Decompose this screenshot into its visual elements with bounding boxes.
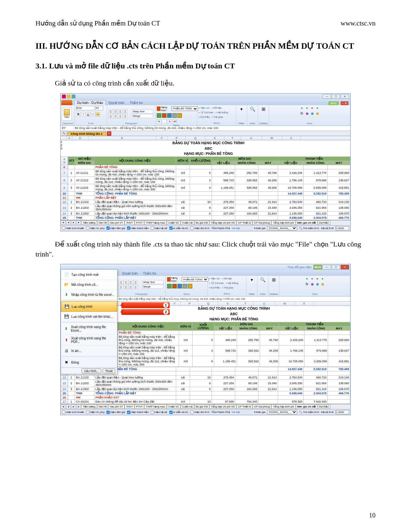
file-menu-export-excel[interactable]: ⬆Xuất công trình sang file Excel... (61, 323, 117, 335)
view-icon-1[interactable]: ● (300, 106, 304, 110)
tab-dutoan[interactable]: Dự toán - Dự thầu (74, 100, 106, 105)
bottom-sheet-tabs[interactable]: ◂◂▸▸ Tiền lương Giá TB Hao phí VT THVT P… (61, 220, 350, 225)
table-row[interactable]: 93AF.11215Bê tông sản xuất bằng máy trộn… (61, 184, 350, 191)
workbook-tab[interactable]: Công trình không tên 1 (67, 132, 106, 136)
font-name-input[interactable] (76, 106, 95, 110)
view-icon-2[interactable]: ● (305, 106, 309, 110)
timkiem-label[interactable]: Tìm kiếm Đ.G (303, 227, 319, 230)
file-menu-thoat[interactable]: Thoát (103, 368, 115, 373)
close-ribbon-icon[interactable]: – ✕ (341, 101, 348, 105)
status-ck6[interactable]: In diễn đa KL (169, 226, 189, 230)
row-header[interactable]: 123 (61, 140, 66, 156)
outline-icon[interactable]: ⊞ (260, 106, 267, 112)
filter-icon[interactable]: ▾ (238, 106, 245, 112)
minimize-button-2[interactable]: – (323, 265, 331, 269)
dongia-select[interactable]: DG5481_462HN_... (267, 226, 297, 230)
numfmt-percent[interactable]: % (157, 119, 161, 124)
status-ck2[interactable]: Hiện VL phụ (86, 226, 105, 230)
close-window-button[interactable]: × (341, 94, 349, 99)
table-row[interactable]: 132BA.11202Lắp đặt quạt thông gió trên t… (61, 204, 350, 211)
max-button-2[interactable]: MAX (314, 265, 322, 269)
menu-hethong[interactable]: Hệ thống (217, 111, 228, 114)
col-header-x[interactable]: X (282, 136, 301, 140)
find-icon[interactable]: 🔍 (249, 106, 256, 112)
file-tab-button[interactable] (61, 100, 72, 105)
status-ck4[interactable]: Hiện thành tiền (127, 226, 149, 230)
numfmt-inc[interactable]: .0 (167, 119, 172, 124)
formula-content[interactable]: Bê tông sản xuất bằng máy trộn - đổ bằng… (74, 126, 350, 130)
tab-quyettoan-2[interactable]: Quyết toán (119, 271, 140, 276)
hangmuc-select[interactable]: PHẦN BÊ TÔNG (171, 106, 198, 111)
dongia-select-2[interactable]: DG5481_462HN_... (267, 410, 297, 414)
file-menu-cauhinh[interactable]: Cấu hình... (82, 368, 101, 373)
alignment-buttons-2[interactable] (119, 280, 141, 289)
menu-trogiup[interactable]: Trợ giúp (214, 115, 223, 118)
menu-ty[interactable]: Tỷ Dự toán (200, 111, 214, 114)
hangmuc-select-2[interactable]: PHẦN BÊ TÔNG (182, 277, 208, 282)
view-icon-5[interactable]: ◼ (305, 111, 309, 116)
italic-button[interactable]: I (81, 112, 85, 116)
menu-dulieu[interactable]: Dữ liệu (213, 106, 222, 109)
status-ck5[interactable]: Hiện hệ số (151, 226, 167, 230)
alignment-buttons[interactable] (108, 109, 131, 118)
col-header-p[interactable]: P (168, 136, 186, 140)
col-header-q[interactable]: Q (186, 136, 205, 140)
item-icon-3[interactable] (167, 113, 172, 118)
file-menu-saveas[interactable]: 💾Lưu công trình với tên khác... (61, 312, 117, 322)
fx-icon[interactable]: fx (300, 111, 304, 116)
close-window-button-2[interactable]: × (341, 265, 349, 269)
col-header-t[interactable]: T (225, 136, 241, 140)
file-menu-print[interactable]: 🖨In ấn... (61, 346, 117, 356)
file-menu-save[interactable]: 💾Lưu công trình (61, 301, 117, 312)
numfmt-dec[interactable]: .00 (172, 119, 177, 124)
tab-thamtra[interactable]: Thẩm tra (127, 100, 145, 105)
table-row[interactable]: 82AF.11212Bê tông sản xuất bằng máy trộn… (61, 176, 350, 184)
bold-button[interactable]: B (76, 112, 81, 116)
col-header-d[interactable]: D (72, 136, 88, 140)
bottom-sheet-tabs-2[interactable]: ◂◂▸▸ Tiền lương Giá TB Hao phí VT THVT P… (61, 404, 350, 409)
merge-button-2[interactable]: Merge (142, 285, 164, 289)
cell-reference[interactable]: E7 (61, 126, 74, 130)
col-header-w[interactable]: W (262, 136, 282, 140)
tab-thamtra-2[interactable]: Thẩm tra (140, 271, 158, 276)
change-ui-label[interactable]: Thay đổi giao diện (287, 266, 312, 269)
underline-button[interactable]: U (86, 112, 90, 116)
view-icon-6[interactable]: ◼ (310, 111, 315, 116)
view-icon-4[interactable]: ● (315, 106, 320, 110)
item-icon-2[interactable] (162, 113, 166, 118)
file-menu-export-pdf[interactable]: ⬆Xuất công trình sang file PDF... (61, 335, 117, 346)
status-ck1[interactable]: Hiện kích thước (62, 226, 84, 230)
sheet-nav-icon[interactable]: ✎ (62, 131, 66, 136)
font-size-input[interactable] (95, 106, 103, 110)
wrap-text-button[interactable]: Wrap Text (132, 109, 153, 114)
item-icon-5[interactable] (177, 113, 182, 118)
formula-content-2[interactable]: Bê tông sản xuất bằng máy trộn - đổ bằng… (117, 297, 350, 300)
view-icon-7[interactable]: ◼ (315, 111, 320, 116)
heso-input-2[interactable] (336, 410, 349, 414)
menu-tienich[interactable]: Tiện ích (200, 106, 210, 109)
menu-duthau[interactable]: Dự thầu (200, 115, 210, 118)
merge-button[interactable]: Merge (132, 114, 153, 118)
item-icon-4[interactable] (172, 113, 177, 118)
table-row[interactable]: 121BA.11102Lắp đặt quạt điện - Quạt treo… (61, 200, 350, 204)
col-header-u[interactable]: U (241, 136, 262, 140)
restore-button-2[interactable]: □ (332, 265, 340, 269)
col-header-s[interactable]: S (205, 136, 225, 140)
minimize-button[interactable]: – (323, 94, 331, 99)
table-row[interactable]: 143BA.11302Lắp đặt quạt ốp trần kích thư… (61, 211, 350, 216)
status-ck7[interactable]: Hiện tên Đ.G (190, 226, 209, 230)
view-icon-3[interactable]: ● (310, 106, 315, 110)
file-menu-import[interactable]: ⬇Nhập công trình từ file excel... (61, 290, 117, 300)
file-menu-close[interactable]: ✖Đóng (61, 357, 117, 367)
col-header-e[interactable]: E (88, 136, 156, 140)
heso-input[interactable] (336, 226, 349, 230)
file-menu-open[interactable]: 📂Mở công trình cũ... (61, 280, 117, 290)
close-workbook-button[interactable]: × (107, 131, 111, 136)
select-all-corner[interactable] (61, 136, 66, 140)
restore-button[interactable]: □ (332, 94, 340, 99)
paste-button[interactable]: Dán (62, 107, 72, 121)
wrap-text-button-2[interactable]: Wrap Text (142, 280, 164, 284)
table-row[interactable]: 71AF.11111Bê tông sản xuất bằng máy trộn… (61, 169, 350, 176)
item-icon-1[interactable] (157, 113, 161, 118)
col-header-a[interactable]: A (66, 136, 72, 140)
